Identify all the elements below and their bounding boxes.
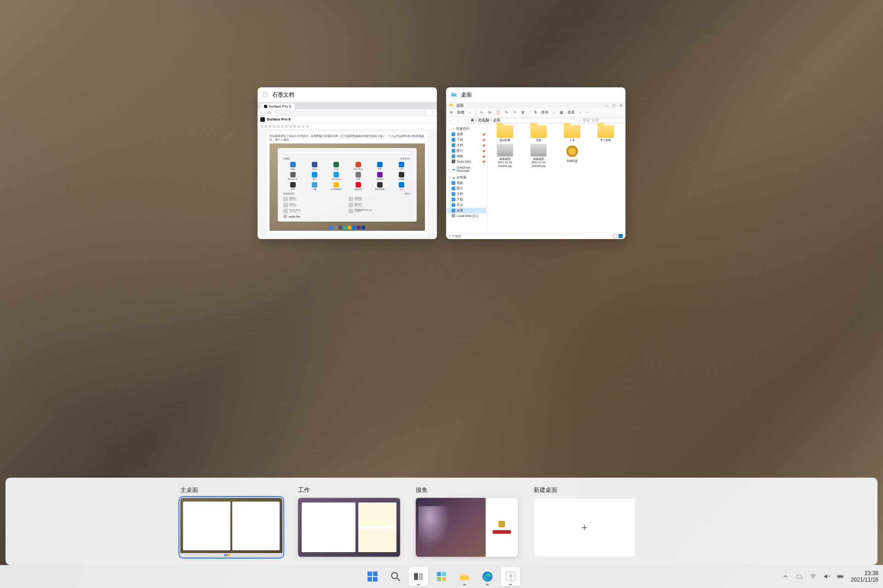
cut-icon[interactable]: ✂ (479, 110, 484, 115)
chevron-up-icon[interactable] (782, 573, 789, 580)
icons-view-icon[interactable] (619, 234, 623, 238)
battery-icon[interactable] (837, 573, 844, 580)
new-desktop-button[interactable]: ＋ (533, 498, 636, 557)
taskbar: 五笔 23:38 2021/11/16 (0, 565, 883, 588)
close-icon[interactable]: ✕ (619, 103, 623, 108)
nav-item[interactable]: 下载📌 (447, 137, 486, 143)
nav-item[interactable]: 文档 (447, 191, 486, 197)
launcher-login (486, 498, 518, 557)
nav-item[interactable]: 图片📌 (447, 148, 486, 154)
virtual-desktop[interactable]: 主桌面 (180, 486, 282, 557)
image-thumbnail-icon (530, 144, 547, 157)
back-icon[interactable]: ← (449, 118, 453, 123)
startmenu-app: Edge (282, 162, 303, 170)
nav-onedrive[interactable]: ›☁OneDrive - Personal (447, 166, 486, 173)
desktop-thumbnail[interactable] (416, 498, 518, 557)
minimize-icon[interactable]: — (605, 103, 608, 108)
ime-button[interactable]: 五笔 (501, 567, 520, 586)
folder-icon (530, 125, 547, 138)
svg-rect-13 (437, 577, 441, 581)
breadcrumb[interactable]: 🖥 › 此电脑 › 桌面 (468, 118, 575, 123)
maximize-icon[interactable]: ▢ (612, 103, 616, 108)
file-item[interactable]: 屏幕截图2021-11-16232936.jpg (491, 144, 519, 168)
folder-item[interactable]: 学习资料 (592, 125, 619, 142)
reload-icon[interactable] (268, 111, 271, 114)
user-name: wujiao Haq (289, 215, 300, 218)
new-icon[interactable]: ⊕ (449, 110, 453, 115)
virtual-desktop-new[interactable]: 新建桌面 ＋ (533, 486, 636, 557)
nav-item[interactable]: 文档📌 (447, 143, 486, 148)
up-icon[interactable]: ↑ (462, 118, 466, 123)
folder-icon (564, 125, 580, 138)
view-icon[interactable]: ▦ (559, 110, 564, 115)
virtual-desktop[interactable]: 摸鱼 (416, 486, 518, 557)
file-item[interactable]: 英雄联盟 (558, 144, 586, 168)
browser-toolbar: ‹ › ⋮ (258, 109, 437, 116)
volume-muted-icon[interactable] (823, 573, 831, 580)
image-thumbnail-icon (497, 144, 513, 157)
folder-item[interactable]: 方案 (525, 125, 552, 142)
share-icon[interactable]: ↗ (512, 110, 517, 115)
nav-quick-access[interactable]: ⌄★快速访问 (447, 126, 486, 131)
forward-icon[interactable]: → (455, 118, 460, 123)
new-button[interactable]: 新建 (457, 110, 464, 115)
nav-item[interactable]: 下载 (447, 197, 486, 202)
desktop-thumbnail[interactable] (180, 498, 282, 557)
tab-title: Surface Pro 8 (269, 104, 291, 108)
nav-item[interactable]: 桌面 (447, 208, 486, 213)
onedrive-tray-icon[interactable] (796, 573, 803, 580)
explorer-search[interactable]: ⌕ 搜索"桌面" (577, 118, 623, 123)
start-button[interactable] (363, 567, 382, 586)
edge-button[interactable] (478, 567, 497, 586)
nav-item[interactable]: 桌面📌 (447, 131, 486, 137)
more-icon[interactable]: ⋯ (585, 110, 590, 115)
open-window-browser[interactable]: 石墨文档 Surface Pro 8 ‹ › ⋮ (258, 87, 437, 239)
explorer-button[interactable] (455, 567, 474, 586)
breadcrumb-item[interactable]: 桌面 (493, 118, 500, 123)
svg-rect-3 (367, 571, 372, 576)
nav-item[interactable]: Todd-NAS📌 (447, 159, 486, 164)
nav-item[interactable]: 音乐 (447, 202, 486, 208)
folder-item[interactable]: 测试结果 (491, 125, 519, 142)
startmenu-app: 日历 (391, 162, 412, 170)
address-bar[interactable] (274, 110, 428, 115)
folder-item[interactable]: 工作 (558, 125, 586, 142)
details-view-icon[interactable] (613, 234, 617, 238)
forward-icon[interactable]: › (264, 110, 266, 114)
browser-tab[interactable]: Surface Pro 8 (260, 103, 295, 109)
nav-item[interactable]: Local Disk (C:) (447, 213, 486, 218)
nav-item[interactable]: 视频 (447, 180, 486, 186)
nav-item[interactable]: 视频📌 (447, 154, 486, 159)
startmenu-recent-item: OSbeta最近添加 (283, 203, 346, 207)
search-placeholder: 搜索"桌面" (583, 118, 600, 123)
back-icon[interactable]: ‹ (260, 110, 262, 114)
wifi-icon[interactable] (809, 573, 817, 580)
rename-icon[interactable]: ✎ (504, 110, 509, 115)
explorer-status-bar: 7 个项目 (446, 233, 625, 239)
desktop-label: 主桌面 (180, 486, 282, 494)
startmenu-app: 照片 (304, 172, 325, 180)
copy-icon[interactable]: ⧉ (487, 110, 492, 115)
search-button[interactable] (386, 567, 405, 586)
extensions-icon[interactable]: ⋮ (430, 110, 434, 114)
breadcrumb-item[interactable]: 此电脑 (478, 118, 489, 123)
desktop-thumbnail[interactable] (298, 498, 400, 557)
task-view-button[interactable] (409, 567, 428, 586)
widgets-button[interactable] (432, 567, 451, 586)
doc-paragraph: 开始菜单依旧了基础卡片式设计，采用图标之的素质排布（已为选择型选测的简称范测有卡… (269, 134, 425, 142)
svg-rect-10 (419, 573, 423, 580)
paste-icon[interactable]: 📋 (496, 110, 500, 115)
virtual-desktop[interactable]: 工作 (298, 486, 400, 557)
view-button[interactable]: 查看 (568, 110, 575, 115)
sort-icon[interactable]: ⇅ (533, 110, 538, 115)
explorer-file-pane: 测试结果方案工作学习资料屏幕截图2021-11-16232936.jpg屏幕截图… (487, 124, 625, 233)
nav-this-pc[interactable]: ⌄🖥此电脑 (447, 175, 486, 180)
svg-rect-23 (843, 576, 843, 577)
taskbar-clock[interactable]: 23:38 2021/11/16 (851, 570, 878, 583)
sort-button[interactable]: 排序 (541, 110, 549, 115)
nav-item[interactable]: 图片 (447, 186, 486, 191)
doc-header: Surface Pro 8 (258, 116, 437, 123)
open-window-explorer[interactable]: 桌面 桌面 — ▢ ✕ ⊕ 新建 ⌄ (446, 87, 625, 239)
file-item[interactable]: 屏幕截图2021-11-16233156.jpg (525, 144, 552, 168)
delete-icon[interactable]: 🗑 (521, 110, 525, 115)
